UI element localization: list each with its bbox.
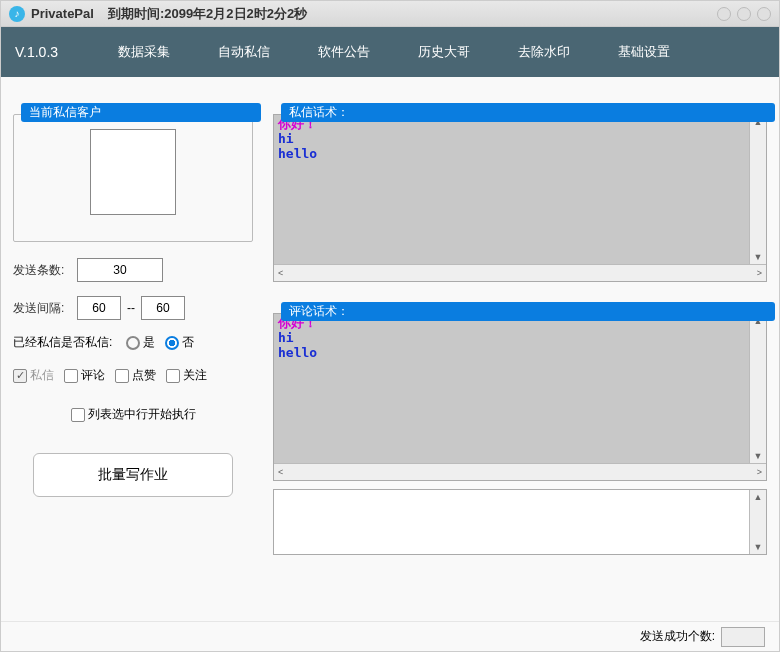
footer-bar: 发送成功个数: <box>1 621 779 651</box>
radio-yes[interactable]: 是 <box>126 334 155 351</box>
comment-hscrollbar[interactable]: <> <box>274 463 766 480</box>
batch-write-button[interactable]: 批量写作业 <box>33 453 233 497</box>
scroll-right-icon[interactable]: > <box>757 268 762 278</box>
titlebar: ♪ PrivatePal 到期时间:2099年2月2日2时2分2秒 <box>1 1 779 27</box>
scroll-down-icon[interactable]: ▼ <box>754 542 763 552</box>
header-bar: V.1.0.3 数据采集 自动私信 软件公告 历史大哥 去除水印 基础设置 <box>1 27 779 77</box>
send-count-input[interactable] <box>77 258 163 282</box>
comment-script-body[interactable]: 你好！ hi hello <box>274 314 749 463</box>
nav-watermark[interactable]: 去除水印 <box>518 43 570 61</box>
comment-vscrollbar[interactable]: ▲▼ <box>749 314 766 463</box>
already-pm-label: 已经私信是否私信: <box>13 334 112 351</box>
expiry-text: 到期时间:2099年2月2日2时2分2秒 <box>108 5 307 23</box>
scroll-down-icon[interactable]: ▼ <box>754 451 763 461</box>
check-comment[interactable]: 评论 <box>64 367 105 384</box>
pm-script-textarea[interactable]: 你好！ hi hello ▲▼ <> <box>273 114 767 282</box>
nav-data-collect[interactable]: 数据采集 <box>118 43 170 61</box>
minimize-button[interactable] <box>717 7 731 21</box>
scroll-left-icon[interactable]: < <box>278 467 283 477</box>
already-pm-row: 已经私信是否私信: 是 否 <box>13 334 253 351</box>
app-title: PrivatePal <box>31 6 94 21</box>
interval-sep: -- <box>127 301 135 315</box>
app-icon: ♪ <box>9 6 25 22</box>
scroll-up-icon[interactable]: ▲ <box>754 492 763 502</box>
log-vscrollbar[interactable]: ▲▼ <box>749 490 766 554</box>
right-panel: 私信话术： 你好！ hi hello ▲▼ <> 评论话术： 你好！ <box>273 95 767 611</box>
send-interval-row: 发送间隔: -- <box>13 296 253 320</box>
log-textarea[interactable]: ▲▼ <box>273 489 767 555</box>
success-count-value <box>721 627 765 647</box>
left-panel: 当前私信客户 发送条数: 发送间隔: -- 已经私信是否私信: 是 否 <box>13 95 253 611</box>
scroll-right-icon[interactable]: > <box>757 467 762 477</box>
content-area: 当前私信客户 发送条数: 发送间隔: -- 已经私信是否私信: 是 否 <box>1 77 779 621</box>
maximize-button[interactable] <box>737 7 751 21</box>
success-count-label: 发送成功个数: <box>640 628 715 645</box>
check-start-from-selected[interactable]: 列表选中行开始执行 <box>71 406 196 423</box>
current-client-box <box>13 114 253 242</box>
check-follow[interactable]: 关注 <box>166 367 207 384</box>
nav-history[interactable]: 历史大哥 <box>418 43 470 61</box>
comment-script-label: 评论话术： <box>281 302 775 321</box>
check-like[interactable]: 点赞 <box>115 367 156 384</box>
current-client-label: 当前私信客户 <box>21 103 261 122</box>
pm-script-label: 私信话术： <box>281 103 775 122</box>
send-interval-label: 发送间隔: <box>13 300 77 317</box>
avatar-placeholder <box>90 129 176 215</box>
nav: 数据采集 自动私信 软件公告 历史大哥 去除水印 基础设置 <box>118 43 670 61</box>
app-window: ♪ PrivatePal 到期时间:2099年2月2日2时2分2秒 V.1.0.… <box>0 0 780 652</box>
interval-to-input[interactable] <box>141 296 185 320</box>
comment-script-textarea[interactable]: 你好！ hi hello ▲▼ <> <box>273 313 767 481</box>
close-button[interactable] <box>757 7 771 21</box>
pm-script-body[interactable]: 你好！ hi hello <box>274 115 749 264</box>
send-count-label: 发送条数: <box>13 262 77 279</box>
check-pm[interactable]: 私信 <box>13 367 54 384</box>
scroll-down-icon[interactable]: ▼ <box>754 252 763 262</box>
nav-announcement[interactable]: 软件公告 <box>318 43 370 61</box>
nav-auto-pm[interactable]: 自动私信 <box>218 43 270 61</box>
log-body[interactable] <box>274 490 749 554</box>
action-checks: 私信 评论 点赞 关注 <box>13 367 253 384</box>
pm-vscrollbar[interactable]: ▲▼ <box>749 115 766 264</box>
send-count-row: 发送条数: <box>13 258 253 282</box>
interval-from-input[interactable] <box>77 296 121 320</box>
scroll-left-icon[interactable]: < <box>278 268 283 278</box>
radio-no[interactable]: 否 <box>165 334 194 351</box>
pm-hscrollbar[interactable]: <> <box>274 264 766 281</box>
nav-settings[interactable]: 基础设置 <box>618 43 670 61</box>
version-label: V.1.0.3 <box>15 44 58 60</box>
